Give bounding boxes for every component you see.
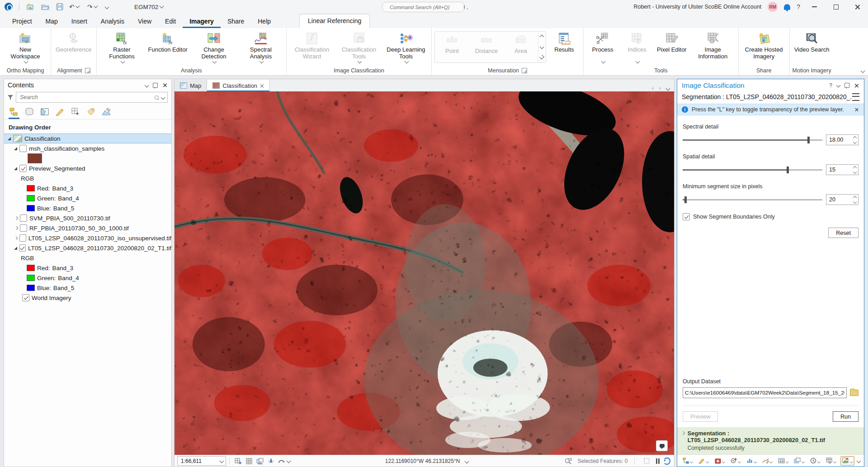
reset-button[interactable]: Reset	[828, 228, 859, 238]
account-label[interactable]: Robert - University of Ulster ScoBE Onli…	[633, 4, 761, 10]
list-by-selection-icon[interactable]	[39, 107, 50, 117]
function-editor-button[interactable]: fx Function Editor	[146, 30, 190, 66]
spinner[interactable]	[851, 196, 858, 203]
filter-icon[interactable]	[8, 95, 13, 100]
tasks-dock-icon[interactable]	[729, 457, 742, 465]
spin-up-icon[interactable]	[853, 195, 856, 199]
tab-share[interactable]: Share	[221, 15, 251, 28]
contents-dock-icon[interactable]	[681, 457, 694, 465]
expand-icon[interactable]	[681, 431, 685, 435]
close-icon[interactable]	[163, 83, 167, 87]
grid-icon[interactable]	[245, 457, 253, 465]
attribute-table-dock-icon[interactable]	[777, 457, 790, 465]
navigator-icon[interactable]	[267, 457, 275, 465]
open-project-icon[interactable]	[40, 2, 50, 11]
layer-row-lt05[interactable]: LT05_L2SP_046028_20110730_20200820_02_T1…	[4, 243, 171, 253]
save-project-icon[interactable]	[55, 2, 65, 11]
command-search[interactable]	[382, 2, 465, 12]
tab-project[interactable]: Project	[5, 15, 39, 28]
layer-checkbox-unchecked[interactable]	[19, 234, 26, 242]
list-by-editing-icon[interactable]	[55, 107, 66, 117]
view-tab-classification[interactable]: Classification	[207, 80, 270, 91]
swipe-layers-icon[interactable]	[256, 457, 264, 465]
restore-button[interactable]	[828, 0, 844, 13]
deep-learning-tools-button[interactable]: Deep Learning Tools	[382, 30, 429, 66]
chevron-down-icon[interactable]	[666, 86, 670, 91]
tab-imagery[interactable]: Imagery	[183, 15, 221, 28]
dialog-launcher-icon[interactable]	[85, 68, 90, 73]
layer-row-iso[interactable]: LT05_L2SP_046028_20110730_iso_unsupervis…	[4, 233, 171, 243]
explore-selection-icon[interactable]	[565, 457, 573, 465]
spinner[interactable]	[851, 167, 858, 173]
output-dataset-input[interactable]	[683, 390, 846, 396]
tab-map[interactable]: Map	[39, 15, 65, 28]
duplicate-pane-dock-icon[interactable]	[793, 457, 806, 465]
undo-icon[interactable]: ↶	[69, 2, 79, 11]
map-canvas[interactable]	[175, 91, 674, 455]
gallery-expand-icon[interactable]	[540, 55, 545, 60]
chevron-down-icon[interactable]	[161, 95, 165, 100]
chevron-up-icon[interactable]	[540, 34, 544, 39]
pane-switcher-icon[interactable]	[852, 93, 859, 101]
close-tab-icon[interactable]	[260, 84, 264, 88]
previous-view-icon[interactable]: ‹	[652, 85, 654, 91]
next-view-icon[interactable]: ›	[659, 85, 661, 91]
min-segment-size-slider[interactable]	[683, 199, 822, 200]
catalog-dock-icon[interactable]	[697, 457, 710, 465]
pin-icon[interactable]	[844, 83, 849, 88]
list-by-perspective-imagery-icon[interactable]	[101, 107, 112, 117]
results-button[interactable]: Results	[547, 30, 581, 66]
tab-analysis[interactable]: Analysis	[94, 15, 131, 28]
dismiss-info-icon[interactable]	[855, 108, 859, 111]
spectral-detail-slider[interactable]	[683, 139, 822, 141]
dialog-launcher-icon[interactable]	[522, 68, 527, 73]
spin-down-icon[interactable]	[853, 200, 856, 203]
chevron-down-icon[interactable]	[220, 459, 224, 463]
expand-icon[interactable]	[14, 236, 18, 240]
chevron-down-icon[interactable]	[836, 83, 841, 88]
geoprocessing-status[interactable]: Segmentation : LT05_L2SP_046028_20110730…	[677, 427, 864, 454]
pixel-editor-button[interactable]: Pixel Editor	[654, 30, 689, 66]
list-by-labeling-icon[interactable]	[85, 107, 96, 117]
layer-row-samples[interactable]: msh_classification_samples	[4, 143, 171, 153]
map-coordinates[interactable]: 122.1169010°W 46.2131825°N	[290, 458, 563, 464]
refresh-map-icon[interactable]	[663, 457, 670, 465]
min-segment-size-value[interactable]: 20	[826, 194, 859, 205]
layer-row-world-imagery[interactable]: World Imagery	[4, 293, 171, 303]
symbology-dock-icon[interactable]	[760, 457, 774, 465]
layer-checkbox-checked[interactable]	[22, 294, 29, 301]
tab-help[interactable]: Help	[251, 15, 278, 28]
command-search-input[interactable]	[389, 4, 461, 10]
layer-row-preview-segmented[interactable]: Preview_Segmented	[4, 163, 171, 173]
samples-symbol-row[interactable]	[4, 153, 171, 163]
layer-row-svm[interactable]: SVM_PBIA_500_20110730.tif	[4, 213, 171, 223]
spatial-detail-slider[interactable]	[683, 169, 822, 171]
map-scale-box[interactable]	[177, 456, 226, 466]
spin-down-icon[interactable]	[853, 140, 856, 143]
list-by-data-source-icon[interactable]	[24, 107, 35, 117]
close-button[interactable]	[850, 0, 865, 13]
pin-icon[interactable]	[153, 83, 158, 88]
list-by-snapping-icon[interactable]	[70, 107, 81, 117]
raster-functions-button[interactable]: fx Raster Functions	[99, 30, 146, 66]
add-graticule-icon[interactable]	[234, 457, 242, 465]
chevron-down-icon[interactable]	[145, 83, 149, 87]
image-information-button[interactable]: i Image Information	[689, 30, 736, 66]
slider-thumb[interactable]	[787, 167, 789, 173]
preview-button[interactable]: Preview	[683, 411, 718, 422]
contents-search-input[interactable]	[19, 94, 152, 101]
history-dock-icon[interactable]	[808, 457, 821, 465]
output-dataset-field[interactable]	[683, 387, 847, 398]
pane-help-icon[interactable]: ?	[829, 82, 832, 89]
snapping-toggle-icon[interactable]	[278, 457, 286, 465]
collapse-icon[interactable]	[14, 147, 17, 150]
create-hosted-imagery-button[interactable]: Create Hosted Imagery	[741, 30, 788, 66]
spatial-detail-value[interactable]: 15	[826, 164, 859, 175]
image-classification-dock-icon[interactable]	[840, 456, 854, 466]
minimize-button[interactable]	[807, 0, 822, 13]
view-tab-map[interactable]: Map	[175, 80, 207, 91]
customize-quick-access-icon[interactable]	[102, 2, 112, 11]
collapse-ribbon-icon[interactable]	[861, 69, 865, 73]
chart-dock-icon[interactable]	[745, 457, 758, 465]
layer-checkbox-checked[interactable]	[19, 244, 26, 252]
